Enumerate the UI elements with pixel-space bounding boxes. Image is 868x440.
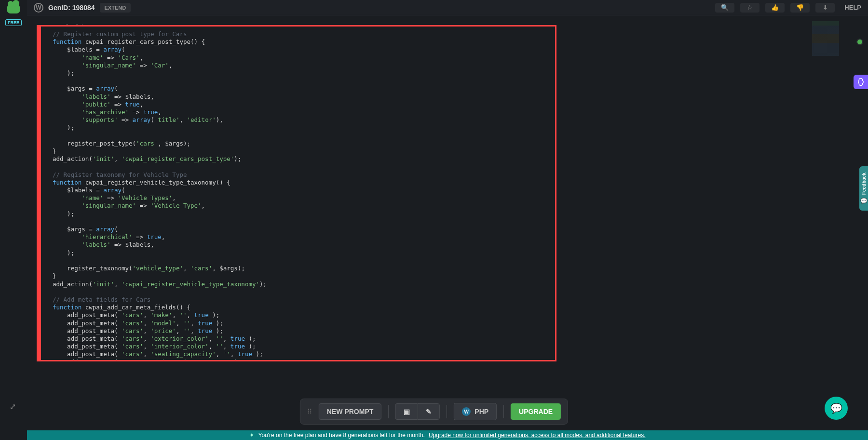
new-prompt-button[interactable]: NEW PROMPT xyxy=(319,403,381,420)
sparkle-icon: ✦ xyxy=(249,432,254,439)
banner-text: You're on the free plan and have 8 gener… xyxy=(258,432,424,439)
app-logo[interactable] xyxy=(7,4,20,13)
extend-button[interactable]: EXTEND xyxy=(100,3,131,13)
search-icon[interactable]: 🔍 xyxy=(715,3,734,13)
separator xyxy=(447,405,447,418)
free-badge: FREE xyxy=(5,19,22,26)
top-bar: W GenID: 198084 EXTEND 🔍 ☆ 👍 👎 ⬇ HELP xyxy=(27,0,868,15)
presence-avatar xyxy=(856,39,863,45)
upgrade-banner: ✦ You're on the free plan and have 8 gen… xyxy=(27,430,868,440)
wordpress-icon: W xyxy=(462,407,471,416)
help-link[interactable]: HELP xyxy=(844,4,861,11)
drag-handle-icon[interactable]: ⠿ xyxy=(307,408,312,415)
thumbs-up-icon[interactable]: 👍 xyxy=(765,3,785,13)
code-highlight-box[interactable]: // Register custom post type for Cars fu… xyxy=(37,25,556,361)
minimap[interactable] xyxy=(812,21,839,65)
star-icon[interactable]: ☆ xyxy=(740,3,760,13)
chat-icon: 💬 xyxy=(860,198,868,204)
separator xyxy=(503,405,504,418)
upgrade-button[interactable]: UPGRADE xyxy=(511,403,561,420)
ai-brain-icon[interactable] xyxy=(854,75,868,89)
code-content[interactable]: // Register custom post type for Cars fu… xyxy=(38,27,555,361)
bottom-toolbar: ⠿ NEW PROMPT ▣ ✎ W PHP UPGRADE xyxy=(300,399,568,425)
upgrade-link[interactable]: Upgrade now for unlimited generations, a… xyxy=(429,432,646,439)
wordpress-icon: W xyxy=(34,3,43,13)
separator xyxy=(388,405,389,418)
feedback-label: Feedback xyxy=(861,173,867,195)
editor-area: 1 <?php // Register custom post type for… xyxy=(27,15,868,430)
edit-icon-button[interactable]: ✎ xyxy=(418,403,440,420)
terminal-icon-button[interactable]: ▣ xyxy=(395,403,418,420)
gutter xyxy=(38,27,41,360)
left-rail: FREE ⤢ xyxy=(0,0,27,440)
feedback-tab[interactable]: Feedback 💬 xyxy=(859,166,868,211)
chat-fab-button[interactable]: 💬 xyxy=(825,397,848,420)
download-icon[interactable]: ⬇ xyxy=(815,3,835,13)
thumbs-down-icon[interactable]: 👎 xyxy=(790,3,810,13)
page-title: GenID: 198084 xyxy=(48,4,95,12)
php-mode-button[interactable]: W PHP xyxy=(454,403,497,420)
expand-icon[interactable]: ⤢ xyxy=(10,402,16,411)
